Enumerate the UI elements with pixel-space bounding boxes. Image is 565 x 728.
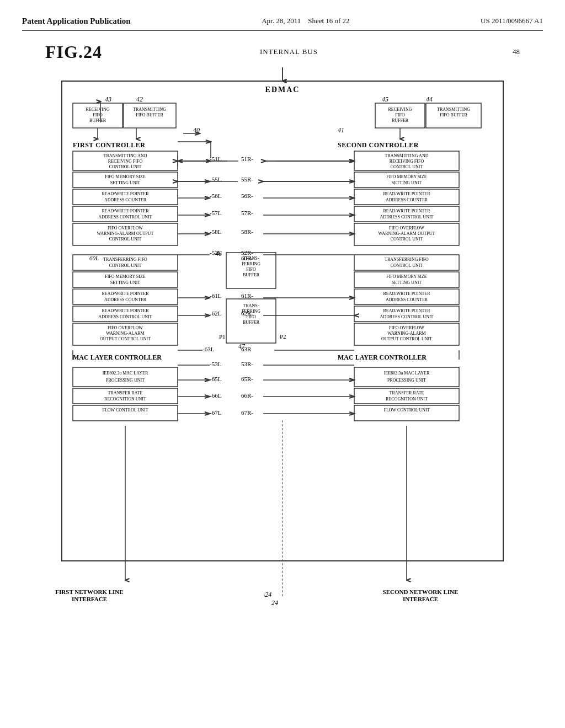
svg-text:IEE802.3u MAC LAYER: IEE802.3u MAC LAYER xyxy=(384,371,430,376)
svg-text:READ/WRITE POINTER: READ/WRITE POINTER xyxy=(102,208,149,213)
svg-text:ADDRESS COUNTER: ADDRESS COUNTER xyxy=(104,197,147,202)
svg-text:\24: \24 xyxy=(263,591,271,598)
svg-text:INTERFACE: INTERFACE xyxy=(72,596,107,602)
svg-text:ADDRESS CONTROL UNIT: ADDRESS CONTROL UNIT xyxy=(380,314,433,319)
ref-48: 48 xyxy=(513,47,520,56)
svg-text:-57L: -57L xyxy=(210,210,222,216)
svg-text:BUFFER: BUFFER xyxy=(89,118,106,123)
svg-text:FLOW CONTROL UNIT: FLOW CONTROL UNIT xyxy=(383,408,429,413)
svg-text:RECOGNITION UNIT: RECOGNITION UNIT xyxy=(386,397,428,402)
svg-text:FLOW CONTROL UNIT: FLOW CONTROL UNIT xyxy=(102,408,148,413)
svg-text:TRANSFERRING FIFO: TRANSFERRING FIFO xyxy=(385,257,429,262)
page-header: Patent Application Publication Apr. 28, … xyxy=(22,17,543,31)
svg-text:TRANSFER RATE: TRANSFER RATE xyxy=(390,390,424,395)
svg-text:-65L: -65L xyxy=(210,376,222,382)
svg-text:ADDRESS CONTROL UNIT: ADDRESS CONTROL UNIT xyxy=(380,215,433,220)
svg-text:-53L: -53L xyxy=(210,361,222,367)
svg-text:EDMAC: EDMAC xyxy=(265,85,300,94)
svg-text:RECEIVING FIFO: RECEIVING FIFO xyxy=(108,159,143,164)
svg-text:FIFO OVERFLOW: FIFO OVERFLOW xyxy=(389,226,424,231)
svg-text:ADDRESS COUNTER: ADDRESS COUNTER xyxy=(386,297,428,302)
svg-text:60L: 60L xyxy=(89,255,99,261)
svg-text:40: 40 xyxy=(193,126,200,134)
header-center: Apr. 28, 2011 Sheet 16 of 22 xyxy=(262,17,350,25)
svg-text:53R-: 53R- xyxy=(241,361,253,367)
svg-text:OUTPUT CONTROL UNIT: OUTPUT CONTROL UNIT xyxy=(381,336,432,341)
svg-text:SETTING UNIT: SETTING UNIT xyxy=(110,280,141,285)
svg-text:READ/WRITE POINTER: READ/WRITE POINTER xyxy=(383,308,430,313)
svg-text:INTERFACE: INTERFACE xyxy=(403,596,438,602)
svg-text:ADDRESS CONTROL UNIT: ADDRESS CONTROL UNIT xyxy=(98,314,152,319)
sheet: Sheet 16 of 22 xyxy=(308,17,349,25)
svg-text:RECEIVING: RECEIVING xyxy=(86,107,109,112)
svg-text:P2: P2 xyxy=(280,333,286,340)
svg-text:P1: P1 xyxy=(219,333,226,340)
fig-label: FIG.24 xyxy=(45,42,102,62)
svg-text:55R-: 55R- xyxy=(241,176,253,183)
date: Apr. 28, 2011 xyxy=(262,17,301,25)
svg-text:42: 42 xyxy=(136,95,143,103)
svg-text:56R-: 56R- xyxy=(241,192,253,199)
svg-text:CONTROL UNIT: CONTROL UNIT xyxy=(391,263,423,268)
svg-text:FERRING: FERRING xyxy=(242,261,260,266)
svg-text:FIFO MEMORY SIZE: FIFO MEMORY SIZE xyxy=(386,274,427,279)
svg-text:TRANSFERRING FIFO: TRANSFERRING FIFO xyxy=(103,257,147,262)
page: Patent Application Publication Apr. 28, … xyxy=(0,0,565,728)
svg-text:SECOND  CONTROLLER: SECOND CONTROLLER xyxy=(338,141,419,149)
svg-text:IEE802.3u MAC LAYER: IEE802.3u MAC LAYER xyxy=(103,371,148,376)
svg-text:CONTROL UNIT: CONTROL UNIT xyxy=(391,164,423,169)
svg-text:BUFFER: BUFFER xyxy=(392,118,409,123)
svg-text:-66L: -66L xyxy=(210,392,222,399)
svg-text:READ/WRITE POINTER: READ/WRITE POINTER xyxy=(383,191,430,196)
svg-text:57R-: 57R- xyxy=(241,210,253,216)
svg-text:-61L: -61L xyxy=(210,292,222,299)
svg-text:FIFO MEMORY SIZE: FIFO MEMORY SIZE xyxy=(105,174,146,179)
svg-text:CONTROL UNIT: CONTROL UNIT xyxy=(109,237,142,242)
svg-text:44: 44 xyxy=(426,95,433,103)
svg-text:FIFO OVERFLOW: FIFO OVERFLOW xyxy=(108,325,143,330)
svg-text:45: 45 xyxy=(382,95,388,103)
svg-text:CONTROL UNIT: CONTROL UNIT xyxy=(109,164,142,169)
svg-text:MAC LAYER CONTROLLER: MAC LAYER CONTROLLER xyxy=(73,354,162,361)
svg-text:62R-: 62R- xyxy=(241,310,253,317)
svg-text:TRANSMITTING AND: TRANSMITTING AND xyxy=(104,153,147,158)
svg-text:OUTPUT CONTROL UNIT: OUTPUT CONTROL UNIT xyxy=(100,336,151,341)
svg-text:-58L: -58L xyxy=(210,228,222,235)
svg-text:63R: 63R xyxy=(241,346,252,352)
svg-text:-63L: -63L xyxy=(202,346,215,352)
svg-text:ADDRESS CONTROL UNIT: ADDRESS CONTROL UNIT xyxy=(98,215,152,220)
svg-text:FIRST NETWORK LINE: FIRST NETWORK LINE xyxy=(55,588,123,595)
publication-type: Patent Application Publication xyxy=(22,17,131,26)
svg-text:SETTING UNIT: SETTING UNIT xyxy=(392,180,422,185)
svg-text:WARNING-ALARM: WARNING-ALARM xyxy=(106,331,144,336)
svg-text:READ/WRITE POINTER: READ/WRITE POINTER xyxy=(383,208,430,213)
svg-text:MAC LAYER CONTROLLER: MAC LAYER CONTROLLER xyxy=(338,354,427,361)
svg-text:READ/WRITE POINTER: READ/WRITE POINTER xyxy=(102,308,149,313)
svg-text:PROCESSING  UNIT: PROCESSING UNIT xyxy=(106,378,145,383)
svg-text:-67L: -67L xyxy=(210,409,222,416)
svg-text:FIFO OVERFLOW: FIFO OVERFLOW xyxy=(108,226,143,231)
svg-text:TRANSMITTING: TRANSMITTING xyxy=(437,107,470,112)
svg-text:RECEIVING FIFO: RECEIVING FIFO xyxy=(390,159,424,164)
svg-text:TRANSMITTING AND: TRANSMITTING AND xyxy=(385,153,429,158)
svg-text:FIFO BUFFER: FIFO BUFFER xyxy=(136,113,163,117)
svg-text:RECOGNITION UNIT: RECOGNITION UNIT xyxy=(104,397,146,402)
svg-text:READ/WRITE POINTER: READ/WRITE POINTER xyxy=(383,291,430,296)
svg-text:FIFO OVERFLOW: FIFO OVERFLOW xyxy=(389,325,424,330)
svg-text:58R-: 58R- xyxy=(241,228,253,235)
svg-text:CONTROL UNIT: CONTROL UNIT xyxy=(109,263,142,268)
svg-text:TRANSMITTING: TRANSMITTING xyxy=(133,107,166,112)
svg-text:41: 41 xyxy=(338,126,344,134)
svg-text:READ/WRITE POINTER: READ/WRITE POINTER xyxy=(102,291,149,296)
svg-text:READ/WRITE POINTER: READ/WRITE POINTER xyxy=(102,191,149,196)
diagram-svg: EDMAC 43 42 45 44 RECEIVING FIFO BUFFER … xyxy=(45,67,520,652)
svg-text:TRANS-: TRANS- xyxy=(243,303,259,308)
svg-text:BUFFER: BUFFER xyxy=(243,320,260,325)
svg-text:WARNING-ALARM: WARNING-ALARM xyxy=(387,331,425,336)
svg-text:SETTING UNIT: SETTING UNIT xyxy=(392,280,422,285)
svg-text:TRANSFER RATE: TRANSFER RATE xyxy=(108,390,143,395)
svg-text:SECOND NETWORK LINE: SECOND NETWORK LINE xyxy=(383,588,459,595)
svg-text:FIFO BUFFER: FIFO BUFFER xyxy=(440,113,467,117)
svg-text:ADDRESS COUNTER: ADDRESS COUNTER xyxy=(104,297,147,302)
internal-bus-label: INTERNAL BUS xyxy=(260,47,318,56)
